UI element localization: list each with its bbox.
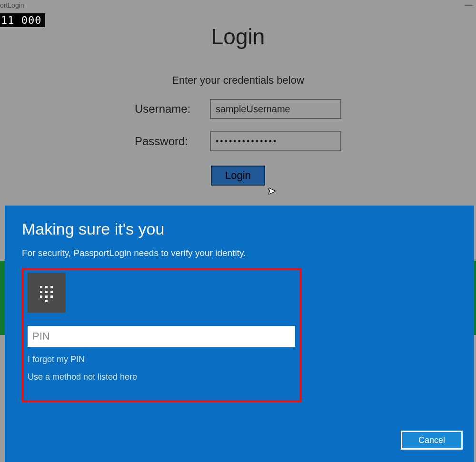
login-button[interactable]: Login xyxy=(211,166,265,186)
keypad-icon xyxy=(37,283,56,302)
cancel-button[interactable]: Cancel xyxy=(401,431,463,450)
modal-title: Making sure it's you xyxy=(22,220,457,238)
page-title: Login xyxy=(0,24,476,49)
window-title: ortLogin xyxy=(0,1,24,9)
cursor-icon: ➤ xyxy=(268,185,276,197)
forgot-pin-link[interactable]: I forgot my PIN xyxy=(28,354,85,364)
svg-rect-3 xyxy=(40,291,42,293)
svg-rect-4 xyxy=(45,291,48,293)
username-row: Username: xyxy=(0,99,476,119)
password-row: Password: xyxy=(0,131,476,151)
svg-rect-5 xyxy=(50,291,53,293)
page-subtitle: Enter your credentials below xyxy=(0,74,476,87)
username-input[interactable] xyxy=(210,99,341,119)
password-label: Password: xyxy=(135,135,201,148)
pin-input[interactable] xyxy=(28,326,295,347)
svg-rect-1 xyxy=(45,286,48,288)
svg-rect-0 xyxy=(40,286,42,288)
pin-section-highlight: I forgot my PIN Use a method not listed … xyxy=(22,268,302,402)
window-minimize[interactable]: — xyxy=(462,0,476,10)
svg-rect-2 xyxy=(50,286,53,288)
svg-rect-8 xyxy=(50,295,53,298)
password-input[interactable] xyxy=(210,131,341,151)
svg-rect-7 xyxy=(45,295,48,298)
svg-rect-6 xyxy=(40,295,42,298)
svg-rect-9 xyxy=(45,300,48,302)
pin-method-tile[interactable] xyxy=(28,273,66,313)
verify-identity-modal: Making sure it's you For security, Passp… xyxy=(5,206,474,462)
username-label: Username: xyxy=(135,102,201,116)
modal-subtitle: For security, PassportLogin needs to ver… xyxy=(22,248,457,258)
login-panel: Login Enter your credentials below Usern… xyxy=(0,19,476,186)
alt-method-link[interactable]: Use a method not listed here xyxy=(28,372,137,382)
